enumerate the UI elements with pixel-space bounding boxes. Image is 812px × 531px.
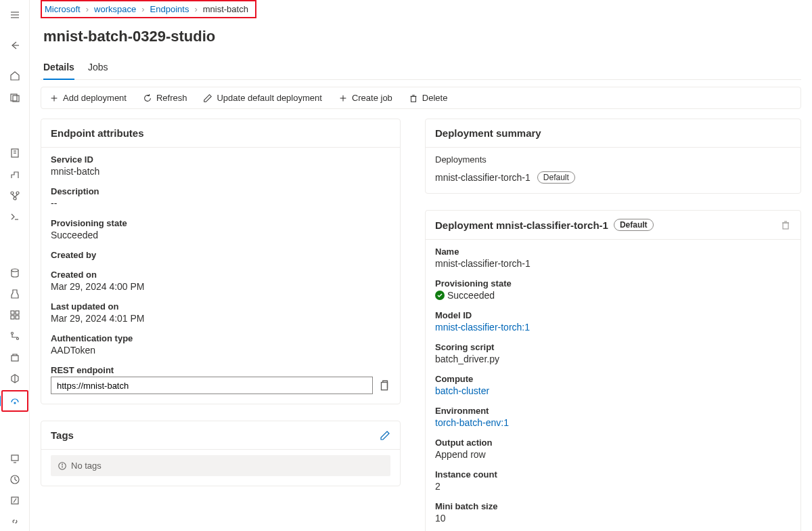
tabs: Details Jobs xyxy=(41,58,801,80)
deployments-label: Deployments xyxy=(435,154,791,165)
models-icon[interactable] xyxy=(4,369,26,387)
catalog-icon[interactable] xyxy=(4,88,26,106)
data-labeling-icon[interactable] xyxy=(4,492,26,510)
model-id-label: Model ID xyxy=(435,310,791,320)
page-title: mnist-batch-0329-studio xyxy=(43,28,798,45)
tab-details[interactable]: Details xyxy=(43,58,74,79)
svg-point-9 xyxy=(11,192,14,194)
svg-line-13 xyxy=(15,194,18,197)
svg-rect-35 xyxy=(411,96,415,102)
svg-point-41 xyxy=(62,463,63,464)
environments-icon[interactable] xyxy=(4,348,26,366)
service-id-label: Service ID xyxy=(51,154,390,165)
breadcrumb-link[interactable]: workspace xyxy=(94,4,136,14)
created-by-label: Created by xyxy=(51,250,390,260)
info-icon xyxy=(58,461,67,471)
created-on-value: Mar 29, 2024 4:00 PM xyxy=(51,281,390,292)
svg-rect-22 xyxy=(12,356,18,361)
scoring-script-value: batch_driver.py xyxy=(435,354,791,364)
compute-icon[interactable] xyxy=(4,449,26,467)
pipelines-icon[interactable] xyxy=(4,327,26,345)
home-icon[interactable] xyxy=(4,67,26,85)
create-job-label: Create job xyxy=(352,93,392,103)
rest-endpoint-input[interactable] xyxy=(51,377,373,394)
output-action-label: Output action xyxy=(435,438,791,448)
output-action-value: Append row xyxy=(435,449,791,460)
compute-link[interactable]: batch-cluster xyxy=(435,385,791,396)
compute-label: Compute xyxy=(435,374,791,384)
monitoring-icon[interactable] xyxy=(4,470,26,488)
create-job-button[interactable]: Create job xyxy=(338,93,392,103)
breadcrumb-link[interactable]: Endpoints xyxy=(150,4,189,14)
card-header: Endpoint attributes xyxy=(41,119,400,148)
svg-line-29 xyxy=(15,480,17,481)
update-default-label: Update default deployment xyxy=(217,93,321,103)
name-value: mnist-classifier-torch-1 xyxy=(435,258,791,269)
notebook-icon[interactable] xyxy=(4,144,26,163)
delete-deployment-icon[interactable] xyxy=(780,219,791,230)
last-updated-value: Mar 29, 2024 4:01 PM xyxy=(51,313,390,324)
environment-label: Environment xyxy=(435,406,791,416)
add-deployment-button[interactable]: Add deployment xyxy=(49,93,127,103)
delete-button[interactable]: Delete xyxy=(409,93,448,103)
svg-line-12 xyxy=(12,194,15,197)
environment-link[interactable]: torch-batch-env:1 xyxy=(435,417,791,428)
scoring-script-label: Scoring script xyxy=(435,342,791,352)
copy-icon[interactable] xyxy=(378,379,390,391)
deployment-detail-title: Deployment mnist-classifier-torch-1 xyxy=(435,219,608,231)
svg-point-21 xyxy=(16,338,18,340)
tab-jobs[interactable]: Jobs xyxy=(88,58,108,79)
mini-batch-value: 10 xyxy=(435,513,791,524)
svg-point-20 xyxy=(11,333,13,335)
nav-rail xyxy=(0,0,30,531)
prov-state-label: Provisioning state xyxy=(435,278,791,289)
svg-rect-25 xyxy=(12,455,18,461)
data-icon[interactable] xyxy=(4,263,26,282)
deployment-detail-card: Deployment mnist-classifier-torch-1 Defa… xyxy=(425,210,801,531)
linked-services-icon[interactable] xyxy=(4,513,26,531)
automl-icon[interactable] xyxy=(4,165,26,184)
created-on-label: Created on xyxy=(51,270,390,280)
components-icon[interactable] xyxy=(4,306,26,324)
svg-point-10 xyxy=(16,192,19,194)
card-header: Deployment summary xyxy=(426,119,800,148)
add-deployment-label: Add deployment xyxy=(63,93,127,103)
breadcrumb: Microsoft › workspace › Endpoints › mnis… xyxy=(41,0,256,18)
refresh-label: Refresh xyxy=(156,93,187,103)
svg-rect-16 xyxy=(11,311,14,314)
rest-endpoint-label: REST endpoint xyxy=(51,365,390,375)
refresh-icon xyxy=(143,93,152,103)
default-badge: Default xyxy=(537,171,575,184)
chevron-right-icon: › xyxy=(194,4,197,14)
tags-empty: No tags xyxy=(51,455,390,476)
svg-rect-42 xyxy=(783,223,788,229)
prompt-flow-icon[interactable] xyxy=(4,207,26,226)
success-check-icon xyxy=(435,291,445,300)
description-value: -- xyxy=(51,198,390,209)
deployment-summary-card: Deployment summary Deployments mnist-cla… xyxy=(425,119,801,194)
delete-label: Delete xyxy=(422,93,448,103)
chevron-right-icon: › xyxy=(86,4,89,14)
trash-icon xyxy=(409,93,418,103)
model-id-link[interactable]: mnist-classifier-torch:1 xyxy=(435,322,791,333)
jobs-icon[interactable] xyxy=(4,284,26,303)
designer-icon[interactable] xyxy=(4,186,26,205)
svg-rect-38 xyxy=(382,383,388,390)
endpoints-icon[interactable] xyxy=(1,390,28,411)
instance-count-label: Instance count xyxy=(435,469,791,480)
hamburger-icon[interactable] xyxy=(4,5,26,24)
tags-card: Tags No tags xyxy=(41,421,401,486)
tags-title: Tags xyxy=(51,429,74,441)
svg-rect-18 xyxy=(11,316,14,319)
mini-batch-label: Mini batch size xyxy=(435,501,791,511)
update-default-button[interactable]: Update default deployment xyxy=(203,93,321,103)
breadcrumb-link[interactable]: Microsoft xyxy=(45,4,81,14)
deployment-name: mnist-classifier-torch-1 xyxy=(435,172,531,183)
plus-icon xyxy=(49,93,59,103)
refresh-button[interactable]: Refresh xyxy=(143,93,187,103)
pencil-icon xyxy=(203,93,212,103)
default-badge: Default xyxy=(614,219,654,231)
edit-tags-icon[interactable] xyxy=(380,430,390,441)
back-arrow-icon[interactable] xyxy=(4,36,26,54)
prov-state-value: Succeeded xyxy=(447,290,495,301)
